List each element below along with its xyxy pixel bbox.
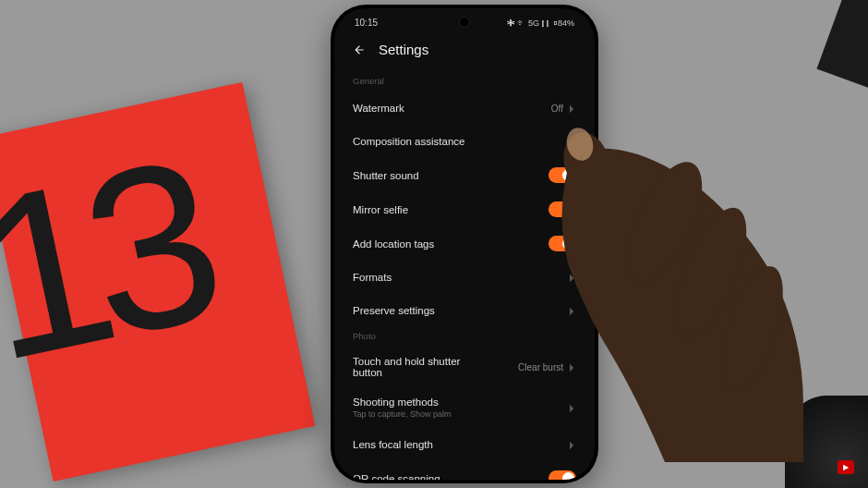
- prop-object-top-right: [816, 0, 868, 92]
- toggle-switch[interactable]: [549, 236, 576, 251]
- phone-screen: 10:15 ✱ ᯤ 5G ⫿⫿ ▯84% Settings General Wa…: [334, 8, 595, 480]
- chevron-right-icon: [569, 363, 576, 371]
- camera-notch: [459, 17, 470, 28]
- section-header-photo: Photo: [353, 331, 576, 341]
- row-formats[interactable]: Formats: [353, 261, 576, 294]
- row-label: Shutter sound: [353, 170, 419, 181]
- row-label: QR code scanning: [353, 473, 440, 481]
- row-composition-assistance[interactable]: Composition assistance: [353, 125, 576, 158]
- chevron-right-icon: [569, 441, 576, 448]
- toggle-switch[interactable]: [549, 167, 576, 183]
- row-watermark[interactable]: Watermark Off: [353, 92, 576, 125]
- phone-frame: 10:15 ✱ ᯤ 5G ⫿⫿ ▯84% Settings General Wa…: [331, 5, 598, 483]
- row-label: Watermark: [353, 103, 404, 114]
- section-header-general: General: [353, 76, 576, 86]
- row-label: Mirror selfie: [353, 204, 408, 215]
- row-shutter-sound[interactable]: Shutter sound: [353, 158, 576, 192]
- row-lens-focal-length[interactable]: Lens focal length: [353, 428, 576, 461]
- settings-list: General Watermark Off Composition assist…: [334, 72, 595, 480]
- page-title: Settings: [379, 42, 428, 57]
- box-number: 13: [0, 125, 222, 396]
- row-sub: Tap to capture, Show palm: [353, 409, 452, 419]
- row-qr-code-scanning[interactable]: QR code scanning: [353, 461, 576, 480]
- row-value: Off: [551, 104, 563, 114]
- prop-object-bottom-right: [785, 396, 868, 488]
- row-label: Add location tags: [353, 238, 434, 250]
- row-label: Preserve settings: [353, 305, 435, 316]
- settings-header: Settings: [334, 30, 595, 72]
- row-label: Lens focal length: [353, 439, 433, 450]
- video-watermark: ▶: [838, 460, 854, 474]
- chevron-right-icon: [569, 138, 576, 145]
- row-label: Touch and hold shutter button: [353, 356, 473, 378]
- row-label: Formats: [353, 272, 392, 283]
- row-value: Clear burst: [518, 362, 563, 372]
- back-arrow-icon[interactable]: [353, 43, 366, 56]
- svg-point-2: [661, 199, 761, 347]
- status-time: 10:15: [355, 18, 378, 28]
- toggle-switch[interactable]: [549, 470, 576, 480]
- chevron-right-icon: [569, 404, 576, 411]
- status-indicators: ✱ ᯤ 5G ⫿⫿ ▯84%: [507, 18, 574, 28]
- chevron-right-icon: [569, 274, 576, 281]
- row-shooting-methods[interactable]: Shooting methods Tap to capture, Show pa…: [353, 387, 576, 428]
- row-label: Composition assistance: [353, 136, 464, 147]
- chevron-right-icon: [569, 104, 576, 112]
- row-add-location-tags[interactable]: Add location tags: [353, 226, 576, 261]
- product-box: 13: [0, 82, 315, 482]
- toggle-switch[interactable]: [549, 201, 576, 217]
- svg-point-1: [612, 152, 717, 292]
- chevron-right-icon: [569, 307, 576, 314]
- row-label: Shooting methods: [353, 396, 452, 408]
- row-touch-hold-shutter[interactable]: Touch and hold shutter button Clear burs…: [353, 347, 576, 387]
- svg-point-3: [710, 259, 796, 396]
- row-preserve-settings[interactable]: Preserve settings: [353, 294, 576, 327]
- row-mirror-selfie[interactable]: Mirror selfie: [353, 192, 576, 226]
